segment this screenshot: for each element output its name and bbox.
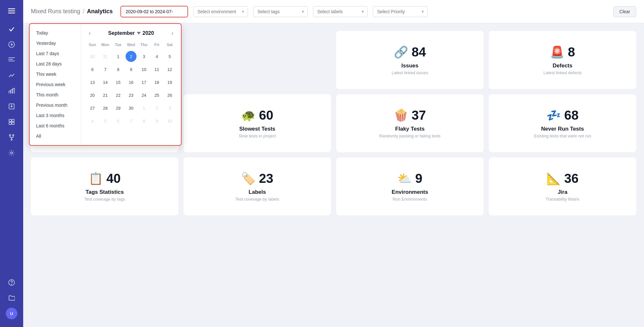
- cal-day[interactable]: 15: [113, 77, 124, 88]
- labels-card[interactable]: 🏷️ 23 Labels Test coverage by labels: [184, 157, 331, 215]
- check-nav-icon[interactable]: [5, 22, 19, 36]
- tags-select-wrapper[interactable]: Select tags ▼: [253, 6, 308, 17]
- labels-emoji: 🏷️: [241, 172, 256, 185]
- fork-nav-icon[interactable]: [5, 130, 19, 144]
- tags-stats-card[interactable]: 📋 40 Tags Statistics Test coverage by ta…: [31, 157, 178, 215]
- cal-day[interactable]: 7: [126, 115, 137, 126]
- preset-prev-month[interactable]: Previous month: [30, 100, 81, 110]
- labels-select-wrapper[interactable]: Select labels ▼: [313, 6, 368, 17]
- svg-rect-11: [9, 119, 11, 122]
- cal-header-tue: Tue: [112, 41, 124, 50]
- trending-nav-icon[interactable]: [5, 68, 19, 83]
- cal-day[interactable]: 13: [87, 77, 98, 88]
- preset-today[interactable]: Today: [30, 28, 81, 38]
- labels-select[interactable]: Select labels: [313, 6, 368, 17]
- cal-day[interactable]: 9: [151, 115, 162, 126]
- issues-card[interactable]: 🔗 84 Issues Latest linked issues: [336, 31, 484, 89]
- preset-28days[interactable]: Last 28 days: [30, 59, 81, 69]
- play-nav-icon[interactable]: [5, 37, 19, 52]
- cal-day[interactable]: 5: [164, 51, 175, 62]
- flaky-tests-card[interactable]: 🍿 37 Flaky Tests Randomly passing or fai…: [336, 94, 484, 152]
- priority-select[interactable]: Select Priority: [373, 6, 428, 17]
- env-select[interactable]: Select environment: [193, 6, 248, 17]
- cal-day[interactable]: 19: [164, 77, 175, 88]
- cal-day[interactable]: 11: [151, 64, 162, 75]
- cal-day[interactable]: 7: [100, 64, 111, 75]
- cal-day[interactable]: 22: [113, 90, 124, 101]
- preset-3months[interactable]: Last 3 months: [30, 110, 81, 121]
- cal-day[interactable]: 8: [113, 64, 124, 75]
- cal-day[interactable]: 30: [87, 51, 98, 62]
- export-nav-icon[interactable]: [5, 99, 19, 114]
- cal-day[interactable]: 1: [138, 103, 149, 114]
- cal-day[interactable]: 18: [151, 77, 162, 88]
- cal-day-selected[interactable]: 2: [126, 51, 137, 62]
- preset-6months[interactable]: Last 6 months: [30, 121, 81, 131]
- jira-desc: Traceability Matrix: [546, 197, 580, 202]
- calendar-next-btn[interactable]: ›: [169, 29, 176, 37]
- cal-day[interactable]: 29: [113, 103, 124, 114]
- preset-7days[interactable]: Last 7 days: [30, 48, 81, 59]
- defects-card[interactable]: 🚨 8 Defects Latest linked defects: [489, 31, 636, 89]
- priority-select-wrapper[interactable]: Select Priority ▼: [373, 6, 428, 17]
- help-nav-icon[interactable]: [5, 275, 19, 290]
- cal-day[interactable]: 30: [126, 103, 137, 114]
- cal-day[interactable]: 4: [151, 51, 162, 62]
- cal-day[interactable]: 12: [164, 64, 175, 75]
- list-nav-icon[interactable]: [5, 53, 19, 67]
- cal-day[interactable]: 16: [126, 77, 137, 88]
- grid-nav-icon[interactable]: [5, 115, 19, 129]
- cal-day[interactable]: 3: [164, 103, 175, 114]
- flaky-emoji: 🍿: [394, 109, 408, 122]
- preset-this-month[interactable]: This month: [30, 90, 81, 100]
- cal-day[interactable]: 28: [100, 103, 111, 114]
- never-run-card[interactable]: 💤 68 Never Run Tests Existing tests that…: [489, 94, 636, 152]
- analytics-nav-icon[interactable]: [5, 84, 19, 98]
- env-select-wrapper[interactable]: Select environment ▼: [193, 6, 248, 17]
- date-range-wrapper[interactable]: [120, 6, 188, 17]
- cal-day[interactable]: 27: [87, 103, 98, 114]
- cal-day[interactable]: 31: [100, 51, 111, 62]
- cal-header-mon: Mon: [99, 41, 111, 50]
- settings-nav-icon[interactable]: [5, 146, 19, 160]
- cal-day[interactable]: 17: [138, 77, 149, 88]
- cal-day[interactable]: 2: [151, 103, 162, 114]
- cal-day[interactable]: 4: [87, 115, 98, 126]
- tags-select[interactable]: Select tags: [253, 6, 308, 17]
- cal-day[interactable]: 26: [164, 90, 175, 101]
- clear-button[interactable]: Clear: [613, 6, 636, 17]
- cal-day[interactable]: 1: [113, 51, 124, 62]
- cal-day[interactable]: 20: [87, 90, 98, 101]
- svg-rect-14: [12, 122, 14, 124]
- preset-prev-week[interactable]: Previous week: [30, 79, 81, 90]
- cal-day[interactable]: 3: [138, 51, 149, 62]
- preset-this-week[interactable]: This week: [30, 69, 81, 79]
- cal-day[interactable]: 10: [138, 64, 149, 75]
- never-run-emoji: 💤: [546, 109, 561, 122]
- cal-day[interactable]: 21: [100, 90, 111, 101]
- jira-card[interactable]: 📐 36 Jira Traceability Matrix: [489, 157, 636, 215]
- cal-day[interactable]: 23: [126, 90, 137, 101]
- cal-day[interactable]: 5: [100, 115, 111, 126]
- slowest-tests-card[interactable]: 🐢 60 Slowest Tests Slow tests in project: [184, 94, 331, 152]
- menu-icon[interactable]: [5, 4, 19, 18]
- date-range-input[interactable]: [120, 6, 188, 17]
- calendar-month-label: September: [108, 30, 135, 36]
- environments-card[interactable]: ⛅ 9 Environments Run Environments: [336, 157, 484, 215]
- user-avatar[interactable]: U: [5, 306, 19, 321]
- cal-day[interactable]: 25: [151, 90, 162, 101]
- cal-day[interactable]: 8: [138, 115, 149, 126]
- calendar-prev-btn[interactable]: ‹: [86, 29, 93, 37]
- month-dropdown-icon[interactable]: [137, 32, 141, 35]
- cal-day[interactable]: 10: [164, 115, 175, 126]
- cal-day[interactable]: 24: [138, 90, 149, 101]
- svg-rect-13: [9, 122, 11, 124]
- cal-day[interactable]: 9: [126, 64, 137, 75]
- folder-nav-icon[interactable]: [5, 291, 19, 305]
- preset-yesterday[interactable]: Yesterday: [30, 38, 81, 48]
- issues-title: Issues: [402, 63, 419, 69]
- cal-day[interactable]: 6: [113, 115, 124, 126]
- cal-day[interactable]: 14: [100, 77, 111, 88]
- cal-day[interactable]: 6: [87, 64, 98, 75]
- preset-all[interactable]: All: [30, 131, 81, 141]
